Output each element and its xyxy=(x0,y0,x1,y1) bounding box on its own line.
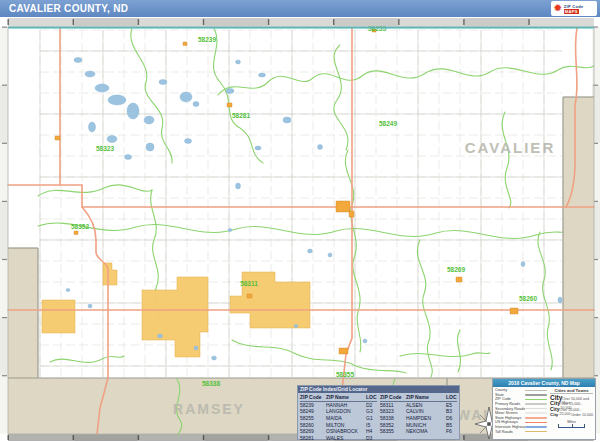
zip-table-header-row: ZIP CodeZIP NameLOC xyxy=(380,394,457,402)
zip-table-cell: LOC xyxy=(366,394,377,400)
zip-table-cell: MUNICH xyxy=(406,422,446,428)
zip-index-title: ZIP Code Index/Grid Locator xyxy=(298,386,459,393)
legend-line-label: State Highways xyxy=(495,416,525,420)
lake xyxy=(159,80,167,85)
zip-table-row: 58255MAIDAG1 xyxy=(300,415,377,422)
legend-cities: Cities and Towns CityOver 50,000 and Mor… xyxy=(550,388,593,434)
ruler-segment xyxy=(73,434,138,441)
zip-table-row: 58323CALVINB3 xyxy=(380,408,457,415)
zip-code-label: 58338 xyxy=(202,380,220,387)
ruler-segment xyxy=(268,18,333,26)
ruler-segment xyxy=(529,18,594,26)
zip-table-row: 58281WALESD3 xyxy=(300,435,377,442)
zip-boundary-lines xyxy=(38,28,594,435)
legend-title: 2016 Cavalier County, ND Map xyxy=(493,379,595,387)
zip-table-cell: ZIP Name xyxy=(326,394,366,400)
zip-table-cell: G1 xyxy=(366,415,377,421)
logo-star-icon: ✹ xyxy=(554,4,562,13)
ruler-tick xyxy=(138,19,139,25)
zip-table-cell: 58352 xyxy=(380,422,406,428)
zip-table-cell: WALES xyxy=(326,435,366,441)
zip-index-table: ZIP Code Index/Grid Locator ZIP CodeZIP … xyxy=(297,385,460,440)
legend-line-sample xyxy=(525,394,547,396)
legend-city-row: CityUnder 10,000 xyxy=(550,412,593,418)
zip-table-cell: NEKOMA xyxy=(406,428,446,434)
zip-table-cell: HAMPDEN xyxy=(406,415,446,421)
ruler-segment xyxy=(0,201,8,259)
legend-line-label: Primary Roads xyxy=(495,402,525,406)
lake xyxy=(107,136,117,143)
lake xyxy=(74,58,82,63)
zip-code-label: 58281 xyxy=(232,112,250,119)
ruler-tick xyxy=(268,19,269,25)
ruler-segment xyxy=(0,143,8,201)
legend-line-sample xyxy=(525,426,547,428)
ruler-segment xyxy=(138,434,203,441)
legend-line-item: Toll Roads xyxy=(495,429,547,434)
zip-boundary xyxy=(334,45,348,150)
map-page: CAVALIER COUNTY, ND ✹ ZIP Code MAPS CAVA… xyxy=(0,0,600,442)
ruler-tick xyxy=(463,19,464,25)
zip-boundary xyxy=(400,353,490,357)
zip-table-cell: 58355 xyxy=(380,428,406,434)
highlighted-zip-region xyxy=(103,263,117,285)
zip-table-cell: F6 xyxy=(446,428,457,434)
lake xyxy=(521,262,525,267)
zip-table-cell: B5 xyxy=(446,422,457,428)
ruler-tick xyxy=(73,435,74,440)
ruler-segment xyxy=(203,18,268,26)
ruler-tick xyxy=(2,201,7,202)
zip-boundary xyxy=(218,66,594,95)
zip-code-label: 58269 xyxy=(447,266,465,273)
legend-line-sample xyxy=(525,422,547,424)
county-name-label: CAVALIER xyxy=(465,139,555,156)
title-bar: CAVALIER COUNTY, ND ✹ ZIP Code MAPS xyxy=(0,0,600,17)
town-marker xyxy=(55,136,60,140)
legend-line-label: Minor Streets xyxy=(495,411,525,415)
ruler-segment xyxy=(8,18,73,26)
lake xyxy=(89,122,96,132)
zip-boundary xyxy=(214,28,263,163)
legend-line-sample xyxy=(525,399,547,401)
lake xyxy=(185,139,192,144)
lake xyxy=(95,84,109,92)
zip-table-cell: 58255 xyxy=(300,415,326,421)
zip-table-cell: D3 xyxy=(366,435,377,441)
lake xyxy=(255,146,261,150)
highlighted-zip-region xyxy=(42,300,75,333)
zip-code-label: 58260 xyxy=(519,295,537,302)
legend-line-label: ZIP Code xyxy=(495,397,525,401)
lake xyxy=(236,183,241,189)
lake xyxy=(226,89,234,94)
lake xyxy=(180,92,192,102)
ruler-tick xyxy=(2,317,7,318)
zip-table-cell: LANGDON xyxy=(326,408,366,414)
zip-table-row: 58355NEKOMAF6 xyxy=(380,428,457,435)
legend-line-label: Toll Roads xyxy=(495,430,525,434)
zip-code-labels: 5823958255582815832358249583525831158269… xyxy=(71,25,537,387)
zip-boundary xyxy=(38,185,152,196)
legend-line-sample xyxy=(525,403,547,405)
zip-table-cell: 58249 xyxy=(300,408,326,414)
ruler-tick xyxy=(138,435,139,440)
zip-table-cell: 58311 xyxy=(380,402,406,408)
zip-boundary xyxy=(538,232,552,370)
zip-code-label: 58311 xyxy=(240,280,258,287)
ruler-tick xyxy=(73,19,74,25)
zip-table-cell: B3 xyxy=(446,408,457,414)
map-legend: 2016 Cavalier County, ND Map CountyState… xyxy=(492,378,596,440)
lake xyxy=(88,304,92,308)
zip-table-cell: ZIP Name xyxy=(406,394,446,400)
legend-line-samples: CountyStateZIP CodePrimary RoadsSecondar… xyxy=(495,388,547,434)
ruler-segment xyxy=(0,376,8,434)
ruler-tick xyxy=(2,143,7,144)
zip-code-label: 58323 xyxy=(96,145,114,152)
neighbor-county-fill xyxy=(8,248,38,378)
zip-table-cell: G3 xyxy=(366,408,377,414)
lake xyxy=(228,229,232,232)
town-marker xyxy=(349,211,354,217)
ruler-segment xyxy=(0,85,8,143)
lake xyxy=(193,102,199,107)
zip-boundary xyxy=(38,223,563,238)
ruler-segment xyxy=(592,27,600,85)
